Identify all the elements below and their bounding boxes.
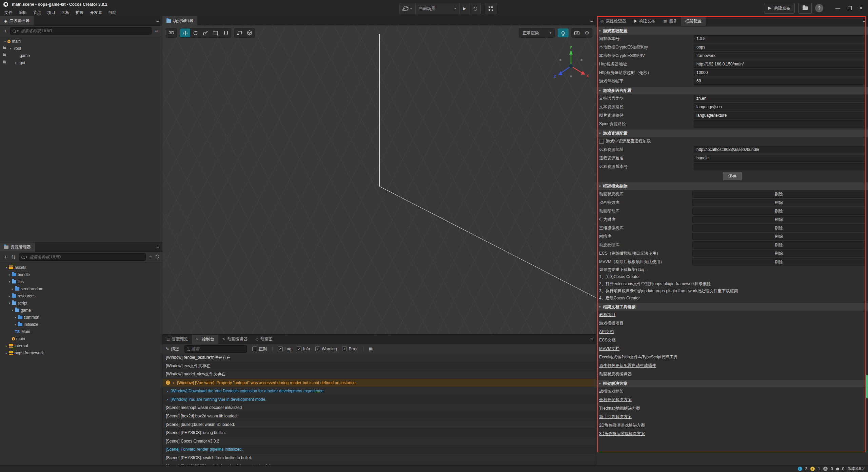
- remove-module-button[interactable]: 剔除: [692, 208, 865, 215]
- log-row[interactable]: [Window] ecs文件夹存在: [162, 362, 596, 371]
- text-input[interactable]: 1.0.5: [694, 35, 865, 42]
- scene-select-dropdown[interactable]: 当前场景▾: [416, 3, 460, 14]
- text-input[interactable]: [694, 120, 865, 127]
- rect-tool-button[interactable]: [211, 28, 221, 37]
- scene-camera-button[interactable]: [572, 28, 582, 37]
- help-button[interactable]: ?: [815, 4, 823, 12]
- panel-menu-icon[interactable]: ≡: [590, 336, 593, 342]
- build-publish-button[interactable]: 构建发布: [764, 3, 795, 14]
- sort-icon[interactable]: ⇅: [10, 254, 17, 260]
- remove-module-button[interactable]: 剔除: [692, 250, 865, 257]
- tab-属性检查器[interactable]: ◎属性检查器: [596, 16, 630, 26]
- doc-link[interactable]: 游戏模板项目: [599, 320, 624, 326]
- text-input[interactable]: zh,en: [694, 95, 865, 102]
- text-input[interactable]: 10000: [694, 69, 865, 76]
- filter-icon[interactable]: ≡: [148, 254, 153, 260]
- text-input[interactable]: language/texture: [694, 112, 865, 119]
- text-input[interactable]: oops: [694, 44, 865, 51]
- scene-settings-button[interactable]: ⚙: [582, 28, 592, 37]
- text-input[interactable]: http://localhost:8083/assets/bundle: [694, 146, 865, 153]
- asset-node-script[interactable]: ▾script: [0, 299, 162, 307]
- bell-icon[interactable]: [836, 468, 839, 470]
- tab-框架配置[interactable]: 框架配置: [681, 16, 706, 26]
- panel-menu-icon[interactable]: ≡: [156, 244, 159, 250]
- rotate-tool-button[interactable]: [190, 28, 200, 37]
- expand-icon[interactable]: ›: [166, 397, 168, 402]
- doc-link[interactable]: 教程项目: [599, 312, 615, 318]
- checkbox-icon[interactable]: ✓: [297, 347, 301, 351]
- section-header[interactable]: ▾框架文档工具链接: [596, 303, 868, 311]
- hierarchy-node-root[interactable]: ▾root: [0, 45, 162, 52]
- section-header[interactable]: ▾游戏资源配置: [596, 130, 868, 137]
- clear-console-button[interactable]: ✎ 清空: [166, 346, 179, 352]
- chevron-right-icon[interactable]: ▸: [10, 287, 15, 291]
- menu-7[interactable]: 帮助: [105, 9, 119, 16]
- doc-link[interactable]: MVVM文档: [599, 346, 619, 352]
- log-row[interactable]: [Window] render_texture文件夹存在: [162, 354, 596, 362]
- platform-button[interactable]: ▾: [400, 3, 416, 14]
- hierarchy-search[interactable]: ▾: [10, 27, 152, 35]
- tab-动画编辑器[interactable]: ✎动画编辑器: [218, 335, 252, 344]
- regex-toggle[interactable]: 正则: [252, 346, 267, 352]
- assets-search-input[interactable]: [28, 254, 143, 260]
- doc-link[interactable]: 全栈开发解决方案: [599, 397, 632, 403]
- remove-module-button[interactable]: 剔除: [692, 199, 865, 206]
- view-gizmo[interactable]: Y X Z: [552, 45, 590, 82]
- text-input[interactable]: framework: [694, 52, 865, 59]
- open-project-folder-button[interactable]: [798, 3, 812, 14]
- checkbox-icon[interactable]: ✓: [315, 347, 320, 351]
- text-input[interactable]: [694, 163, 865, 170]
- doc-link[interactable]: Tiledmap地图解决方案: [599, 406, 640, 411]
- create-node-button[interactable]: +: [3, 28, 8, 34]
- error-icon[interactable]: ×: [823, 467, 828, 471]
- doc-link[interactable]: 3D角色扮演游戏解决方案: [599, 431, 645, 437]
- log-row[interactable]: ›[Window] Download the Vue Devtools exte…: [162, 387, 596, 395]
- log-row[interactable]: [Scene] [PHYSICS]: switch from builtin t…: [162, 454, 596, 462]
- tab-hierarchy[interactable]: ◈ 层级管理器: [0, 16, 34, 25]
- hierarchy-node-gui[interactable]: ▸gui: [0, 59, 162, 66]
- hierarchy-node-game[interactable]: game: [0, 52, 162, 59]
- regex-checkbox[interactable]: [252, 347, 257, 351]
- panel-menu-icon[interactable]: ≡: [863, 18, 865, 23]
- filter-icon[interactable]: ≡: [154, 28, 159, 34]
- log-row[interactable]: [Scene] meshopt wasm decoder initialized: [162, 404, 596, 412]
- play-button[interactable]: ▶: [460, 3, 470, 14]
- tab-scene-editor[interactable]: 场景编辑器: [162, 16, 197, 25]
- menu-1[interactable]: 编辑: [16, 9, 30, 16]
- scale-tool-button[interactable]: [200, 28, 211, 37]
- section-header[interactable]: ▾框架解决方案: [596, 380, 868, 387]
- filter-Warning[interactable]: ✓Warning: [315, 347, 337, 351]
- mode-3d-toggle[interactable]: 3D: [166, 28, 177, 38]
- tab-assets[interactable]: 资源管理器: [0, 242, 35, 252]
- tab-控制台[interactable]: >_控制台: [192, 335, 218, 344]
- checkbox-icon[interactable]: ✓: [342, 347, 347, 351]
- console-search-input[interactable]: [191, 346, 244, 352]
- move-tool-button[interactable]: [180, 28, 190, 37]
- asset-node-main[interactable]: main: [0, 335, 162, 342]
- checkbox-icon[interactable]: ✓: [278, 347, 283, 351]
- chevron-down-icon[interactable]: ▾: [10, 309, 15, 312]
- info-icon[interactable]: i: [798, 467, 802, 471]
- remove-module-button[interactable]: 剔除: [692, 191, 865, 198]
- tab-服务[interactable]: ▦服务: [659, 16, 681, 26]
- hierarchy-search-input[interactable]: [20, 28, 149, 34]
- remote-load-checkbox[interactable]: [599, 139, 604, 144]
- text-input[interactable]: http://192.168.0.150/main/: [694, 61, 865, 68]
- doc-link[interactable]: API文档: [599, 329, 614, 335]
- save-button[interactable]: 保存: [723, 172, 742, 180]
- expand-icon[interactable]: ›: [173, 380, 174, 385]
- remove-module-button[interactable]: 剔除: [692, 258, 865, 266]
- cube-view-button[interactable]: [244, 28, 255, 37]
- log-row[interactable]: [Scene] [box2d]:box2d wasm lib loaded.: [162, 412, 596, 420]
- expand-icon[interactable]: ›: [166, 389, 168, 394]
- text-input[interactable]: language/json: [694, 103, 865, 111]
- remove-module-button[interactable]: 剔除: [692, 216, 865, 223]
- log-row[interactable]: [Window] model_view文件夹存在: [162, 370, 596, 379]
- refresh-button[interactable]: [155, 255, 159, 259]
- create-asset-button[interactable]: +: [3, 254, 8, 260]
- remove-module-button[interactable]: 剔除: [692, 233, 865, 240]
- chevron-right-icon[interactable]: ▸: [4, 351, 9, 355]
- filter-Info[interactable]: ✓Info: [297, 347, 310, 351]
- chevron-down-icon[interactable]: ▾: [7, 280, 12, 283]
- menu-4[interactable]: 面板: [58, 9, 73, 16]
